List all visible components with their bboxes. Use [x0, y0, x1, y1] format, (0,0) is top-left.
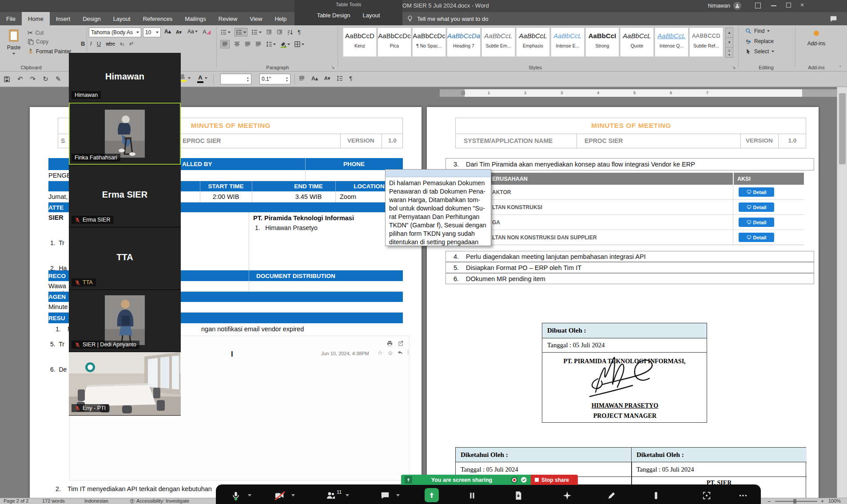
comment-icon[interactable] — [830, 15, 837, 23]
shrink-font-qat-icon[interactable]: A▾ — [324, 75, 330, 81]
tell-me-box[interactable]: Tell me what you want to do — [406, 12, 488, 25]
select-button[interactable]: Select — [745, 48, 774, 55]
styles-scroll-down-icon[interactable]: ▼ — [726, 38, 733, 48]
change-case-button[interactable]: Aa — [187, 28, 198, 35]
cell-width-spinner[interactable]: 0.1"▲▼ — [259, 74, 290, 84]
style-item[interactable]: AaBbCcDcPica — [378, 28, 411, 57]
scrollbar-thumb[interactable] — [839, 93, 846, 164]
tab-layout[interactable]: Layout — [107, 12, 137, 25]
close-icon[interactable]: × — [800, 1, 804, 8]
style-item[interactable]: AaBbCcLQuote — [620, 28, 654, 57]
mic-options-chevron-icon[interactable] — [248, 494, 251, 496]
zoom-in-icon[interactable]: + — [821, 498, 824, 504]
focus-mode-button[interactable] — [700, 489, 713, 502]
replace-button[interactable]: Replace — [745, 38, 774, 44]
underline-button[interactable]: U — [97, 40, 101, 47]
align-right-icon[interactable] — [244, 41, 251, 48]
save-icon[interactable] — [4, 76, 10, 83]
tab-help[interactable]: Help — [268, 12, 293, 25]
style-item[interactable]: AaBbCcLSubtle Em... — [481, 28, 515, 57]
record-button[interactable] — [512, 489, 525, 502]
align-left-button[interactable] — [220, 40, 230, 48]
shrink-font-icon[interactable]: A▾ — [176, 29, 182, 35]
record-icon[interactable] — [511, 477, 517, 483]
style-item[interactable]: AaBbCcLIntense Q... — [655, 28, 688, 57]
participants-button[interactable] — [324, 489, 338, 502]
zoom-out-icon[interactable]: − — [767, 498, 771, 504]
multilevel-list-button[interactable] — [251, 29, 262, 36]
star-icon[interactable]: ☆ — [378, 349, 383, 356]
paragraph-mark-qat-icon[interactable]: ¶ — [349, 75, 352, 82]
vertical-scrollbar[interactable] — [837, 87, 847, 498]
bullets-button[interactable] — [220, 29, 231, 36]
mic-button[interactable] — [229, 489, 243, 502]
ai-companion-button[interactable] — [561, 489, 574, 502]
style-item[interactable]: AaBbCcDKenz — [343, 28, 377, 57]
pen-mode-icon[interactable]: ✎ — [56, 75, 61, 83]
zoom-slider-handle[interactable] — [793, 499, 796, 504]
reply-arrow-icon[interactable] — [397, 350, 403, 356]
tab-file[interactable]: File — [0, 12, 22, 25]
stop-share-button[interactable]: Stop share — [531, 475, 578, 485]
participant-tile-dedi[interactable]: SIER | Dedi Apriyanto — [69, 290, 181, 352]
sort-icon[interactable] — [287, 29, 294, 36]
detail-button[interactable]: Detail — [739, 187, 774, 197]
participant-tile-finka[interactable]: Finka Fatihahsari — [69, 103, 181, 165]
tab-view[interactable]: View — [243, 12, 268, 25]
subscript-button[interactable]: x₂ — [120, 41, 124, 46]
pause-share-button[interactable] — [465, 489, 479, 502]
paste-button[interactable]: Paste — [3, 28, 25, 69]
video-button[interactable] — [273, 489, 286, 502]
horizontal-ruler[interactable]: 1 2 3 4 5 6 7 — [440, 89, 837, 97]
indent-marker[interactable] — [461, 91, 465, 95]
format-painter-button[interactable]: Format Painter — [28, 48, 71, 55]
style-item[interactable]: AaBbCcDaHeading 7 — [447, 28, 481, 57]
participants-options-chevron-icon[interactable] — [346, 494, 349, 496]
timer-button[interactable] — [649, 489, 663, 502]
paragraph-dialog-launcher-icon[interactable]: ↘ — [331, 65, 334, 70]
annotate-button[interactable] — [605, 489, 618, 502]
chat-options-chevron-icon[interactable] — [396, 494, 400, 496]
bold-button[interactable]: B — [81, 40, 85, 47]
open-in-new-icon[interactable] — [398, 340, 404, 346]
superscript-button[interactable]: x² — [129, 41, 133, 46]
styles-dialog-launcher-icon[interactable]: ↘ — [732, 65, 736, 70]
font-size-combo[interactable]: 10 — [143, 28, 161, 37]
align-center-icon[interactable] — [234, 41, 240, 48]
detail-button[interactable]: Detail — [739, 202, 774, 212]
style-item[interactable]: AABBCCDSubtle Ref... — [689, 28, 723, 57]
account-user-name[interactable]: himawan — [708, 3, 730, 9]
cell-height-spinner[interactable]: ▲▼ — [220, 74, 251, 84]
language-indicator[interactable]: Indonesian — [84, 498, 108, 504]
minimize-icon[interactable] — [771, 5, 776, 6]
align-text-icon[interactable] — [298, 75, 305, 82]
detail-button[interactable]: Detail — [739, 233, 774, 242]
printer-icon[interactable] — [386, 340, 393, 347]
more-button[interactable] — [736, 489, 750, 502]
style-item[interactable]: AaBbCcDc¶ No Spac... — [412, 28, 446, 57]
more-vertical-icon[interactable]: ⋮ — [406, 349, 411, 355]
tab-table-design[interactable]: Table Design — [310, 9, 356, 21]
tab-table-layout[interactable]: Layout — [357, 9, 386, 21]
tab-home[interactable]: Home — [22, 12, 50, 25]
line-spacing-qat-icon[interactable] — [336, 75, 343, 82]
tab-references[interactable]: References — [137, 12, 179, 25]
page-indicator[interactable]: Page 2 of 2 — [4, 498, 28, 504]
emoji-icon[interactable]: ☺ — [387, 349, 393, 356]
chat-button[interactable] — [378, 489, 392, 502]
style-item[interactable]: AaBbCcLEmphasis — [516, 28, 550, 57]
line-spacing-button[interactable] — [266, 41, 276, 48]
participant-tile-eny[interactable]: Eny - PTI — [69, 352, 181, 416]
copy-button[interactable]: Copy — [28, 39, 48, 45]
collapse-ribbon-icon[interactable]: ⌃ — [839, 65, 842, 70]
text-highlight-button[interactable] — [179, 74, 191, 82]
shield-check-icon[interactable] — [521, 476, 527, 483]
grow-font-icon[interactable]: A▴ — [164, 28, 171, 35]
find-button[interactable]: Find — [745, 28, 770, 34]
decrease-indent-icon[interactable] — [266, 29, 272, 36]
restore-icon[interactable] — [786, 3, 791, 8]
detail-button[interactable]: Detail — [739, 218, 774, 227]
italic-button[interactable]: I — [90, 40, 91, 47]
video-options-chevron-icon[interactable] — [291, 494, 295, 496]
avatar[interactable] — [733, 2, 741, 10]
